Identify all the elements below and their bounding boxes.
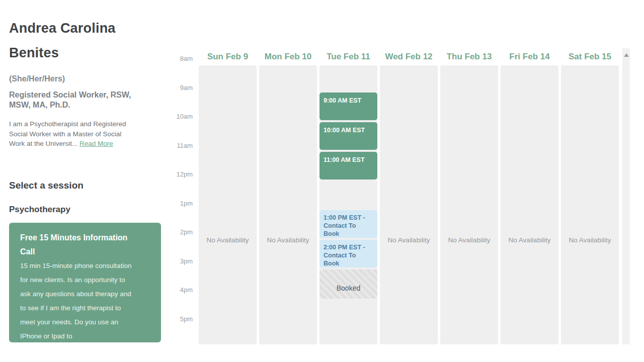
day-header-thu: Thu Feb 13: [440, 52, 498, 62]
session-card-free-call[interactable]: Free 15 Minutes Information Call 15 min …: [9, 223, 161, 342]
day-header-wed: Wed Feb 12: [380, 52, 438, 62]
time-label-2pm: 2pm: [166, 229, 193, 258]
time-label-11am: 11am: [166, 142, 193, 171]
day-column-sun: No Availability: [199, 65, 257, 344]
day-column-fri: No Availability: [501, 65, 558, 344]
no-availability-label: No Availability: [199, 236, 257, 244]
day-header-row: Sun Feb 9 Mon Feb 10 Tue Feb 11 Wed Feb …: [199, 52, 619, 62]
time-label-4pm: 4pm: [166, 287, 193, 316]
time-gutter: 8am 9am 10am 11am 12pm 1pm 2pm 3pm 4pm 5…: [166, 55, 193, 344]
time-label-9am: 9am: [166, 84, 193, 114]
therapist-bio: I am a Psychotherapist and Registered So…: [9, 119, 139, 149]
day-column-sat: No Availability: [561, 65, 619, 344]
calendar-scrollbar[interactable]: [622, 48, 630, 344]
no-availability-label: No Availability: [440, 236, 498, 244]
therapist-credentials: Registered Social Worker, RSW, MSW, MA, …: [9, 90, 132, 110]
day-header-fri: Fri Feb 14: [501, 52, 558, 62]
no-availability-label: No Availability: [380, 236, 438, 244]
time-label-5pm: 5pm: [166, 316, 193, 345]
day-header-sat: Sat Feb 15: [561, 52, 619, 62]
day-header-sun: Sun Feb 9: [199, 52, 257, 62]
time-label-1pm: 1pm: [166, 200, 193, 229]
slot-2pm-contact-to-book[interactable]: 2:00 PM EST - Contact To Book: [319, 240, 377, 267]
therapist-pronouns: (She/Her/Hers): [9, 74, 65, 83]
day-column-mon: No Availability: [259, 65, 317, 344]
session-card-description: 15 min 15-minute phone consultation for …: [20, 259, 132, 342]
day-header-mon: Mon Feb 10: [259, 52, 317, 62]
day-column-wed: No Availability: [380, 65, 438, 344]
time-label-10am: 10am: [166, 113, 193, 142]
read-more-link[interactable]: Read More: [79, 140, 113, 147]
time-label-12pm: 12pm: [166, 171, 193, 200]
scroll-up-icon[interactable]: [624, 53, 629, 57]
day-column-tue: 9:00 AM EST 10:00 AM EST 11:00 AM EST 1:…: [319, 65, 377, 344]
select-session-heading: Select a session: [9, 180, 84, 191]
no-availability-label: No Availability: [501, 236, 558, 244]
day-header-tue: Tue Feb 11: [319, 52, 377, 62]
slot-10am-est[interactable]: 10:00 AM EST: [319, 122, 377, 150]
no-availability-label: No Availability: [259, 236, 317, 244]
no-availability-label: No Availability: [561, 236, 619, 244]
slot-9am-est[interactable]: 9:00 AM EST: [319, 93, 377, 120]
session-card-title: Free 15 Minutes Information Call: [20, 231, 132, 259]
slot-booked: Booked: [319, 269, 377, 299]
availability-grid: No Availability No Availability 9:00 AM …: [199, 65, 619, 344]
time-label-8am: 8am: [166, 55, 193, 84]
day-column-thu: No Availability: [440, 65, 498, 344]
therapist-name: Andrea Carolina Benites: [9, 16, 165, 65]
time-label-3pm: 3pm: [166, 258, 193, 287]
session-category-heading: Psychotherapy: [9, 205, 70, 215]
slot-1pm-contact-to-book[interactable]: 1:00 PM EST - Contact To Book: [319, 210, 377, 238]
slot-11am-est[interactable]: 11:00 AM EST: [319, 152, 377, 179]
